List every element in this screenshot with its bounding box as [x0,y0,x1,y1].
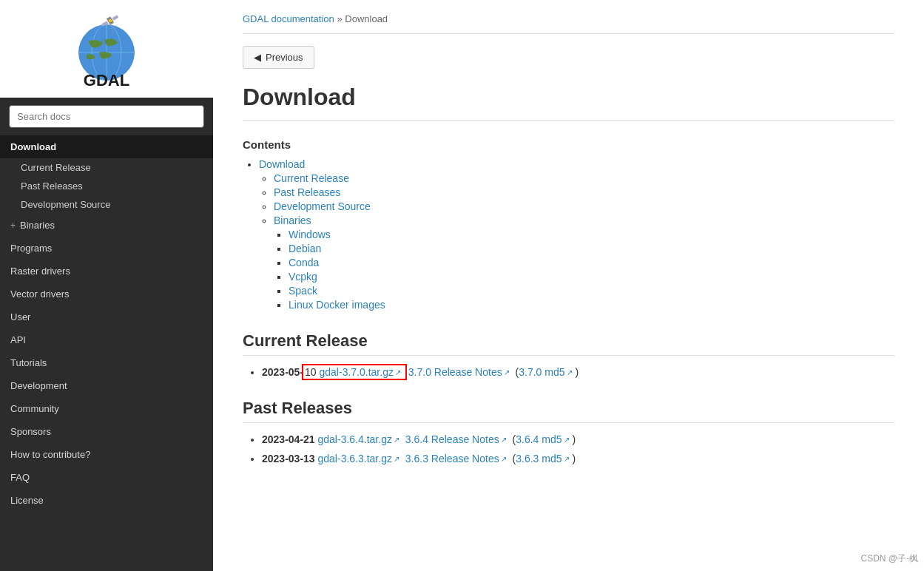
section-title-current-release: Current Release [243,331,894,356]
svg-text:GDAL: GDAL [84,71,129,86]
sidebar-main-items: Binaries Programs Raster drivers Vector … [0,214,213,512]
section-title-past-releases: Past Releases [243,399,894,423]
current-release-highlight: 10 gdal-3.7.0.tar.gz↗ [303,365,405,379]
ext-icon-9: ↗ [564,455,573,464]
current-release-date: 2023-05- [262,366,303,378]
search-input[interactable] [9,105,204,128]
sidebar-item-binaries[interactable]: Binaries [0,214,213,237]
sidebar-item-tutorials[interactable]: Tutorials [0,351,213,374]
past-releases-list: 2023-04-21 gdal-3.6.4.tar.gz↗ 3.6.4 Rele… [243,433,894,464]
sidebar-item-development[interactable]: Development [0,374,213,397]
gdal-logo: GDAL [58,12,155,86]
sidebar-item-api[interactable]: API [0,328,213,351]
prev-arrow-icon: ◀ [254,52,261,63]
past-release-2-date: 2023-03-13 [262,453,315,464]
current-release-list: 2023-05-10 gdal-3.7.0.tar.gz↗ 3.7.0 Rele… [243,366,894,378]
sidebar-item-license[interactable]: License [0,489,213,512]
external-link-icon-3: ↗ [567,368,576,377]
ext-icon-7: ↗ [394,455,402,464]
current-release-notes-link[interactable]: 3.7.0 Release Notes [408,366,502,378]
prev-button[interactable]: ◀ Previous [243,46,314,69]
current-release-tarball-link[interactable]: gdal-3.7.0.tar.gz [320,366,394,378]
current-release-entry: 2023-05-10 gdal-3.7.0.tar.gz↗ 3.7.0 Rele… [262,366,894,378]
contents-link-development-source[interactable]: Development Source [274,200,371,212]
past-release-2-tarball[interactable]: gdal-3.6.3.tar.gz [318,453,392,464]
past-release-1-tarball[interactable]: gdal-3.6.4.tar.gz [318,433,392,445]
sidebar-item-sponsors[interactable]: Sponsors [0,420,213,443]
ext-icon-5: ↗ [501,436,510,445]
contents-link-debian[interactable]: Debian [289,243,321,254]
logo-area: GDAL [0,0,213,98]
contents-link-vcpkg[interactable]: Vcpkg [289,271,317,283]
past-release-entry-1: 2023-04-21 gdal-3.6.4.tar.gz↗ 3.6.4 Rele… [262,433,894,445]
external-link-icon-2: ↗ [504,368,513,377]
contents-link-current-release[interactable]: Current Release [274,172,349,184]
contents-link-past-releases[interactable]: Past Releases [274,186,340,198]
past-release-entry-2: 2023-03-13 gdal-3.6.3.tar.gz↗ 3.6.3 Rele… [262,453,894,464]
sidebar-sub-item-past-releases[interactable]: Past Releases [0,177,213,195]
sidebar-item-programs[interactable]: Programs [0,237,213,260]
external-link-icon-1: ↗ [395,368,404,377]
sidebar: GDAL Download Current Release Past Relea… [0,0,213,571]
contents-link-spack[interactable]: Spack [289,285,317,297]
sidebar-item-community[interactable]: Community [0,397,213,420]
contents-link-binaries[interactable]: Binaries [274,214,311,226]
sidebar-item-user[interactable]: User [0,305,213,328]
past-release-1-date: 2023-04-21 [262,433,315,445]
sidebar-sub-item-current-release[interactable]: Current Release [0,158,213,177]
ext-icon-6: ↗ [564,436,573,445]
contents-link-windows[interactable]: Windows [289,229,331,240]
contents-box: Contents Download Current Release Past R… [243,138,894,311]
contents-link-conda[interactable]: Conda [289,257,319,268]
past-release-2-md5[interactable]: 3.6.3 md5 [516,453,562,464]
ext-icon-4: ↗ [394,436,402,445]
current-release-md5-link[interactable]: 3.7.0 md5 [519,366,564,378]
breadcrumb-current: Download [345,13,388,24]
sidebar-sub-items: Current Release Past Releases Developmen… [0,158,213,214]
breadcrumb-separator: » [334,13,345,24]
breadcrumb: GDAL documentation » Download [243,0,894,34]
ext-icon-8: ↗ [501,455,510,464]
main-content: GDAL documentation » Download ◀ Previous… [213,0,924,571]
breadcrumb-parent[interactable]: GDAL documentation [243,13,334,24]
svg-rect-6 [112,15,118,20]
contents-title: Contents [243,138,894,151]
prev-button-label: Previous [266,52,303,63]
watermark: CSDN @子-枫 [860,553,918,565]
sidebar-active-section: Download [0,135,213,158]
past-release-1-md5[interactable]: 3.6.4 md5 [516,433,562,445]
page-title: Download [243,84,894,121]
search-area [0,98,213,135]
contents-link-download[interactable]: Download [259,158,305,170]
sidebar-item-vector-drivers[interactable]: Vector drivers [0,283,213,305]
sidebar-item-faq[interactable]: FAQ [0,466,213,489]
past-release-1-notes[interactable]: 3.6.4 Release Notes [405,433,499,445]
contents-link-linux-docker[interactable]: Linux Docker images [289,299,385,311]
sidebar-item-how-to-contribute[interactable]: How to contribute? [0,443,213,466]
sidebar-item-raster-drivers[interactable]: Raster drivers [0,260,213,283]
past-release-2-notes[interactable]: 3.6.3 Release Notes [405,453,499,464]
sidebar-sub-item-development-source[interactable]: Development Source [0,195,213,214]
